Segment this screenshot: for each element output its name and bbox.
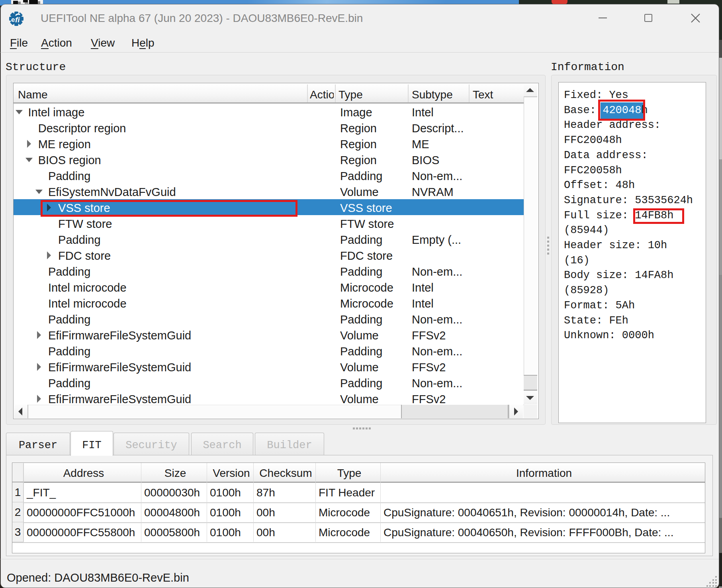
svg-text:e: e bbox=[11, 16, 15, 24]
svg-text:fi: fi bbox=[15, 16, 20, 24]
